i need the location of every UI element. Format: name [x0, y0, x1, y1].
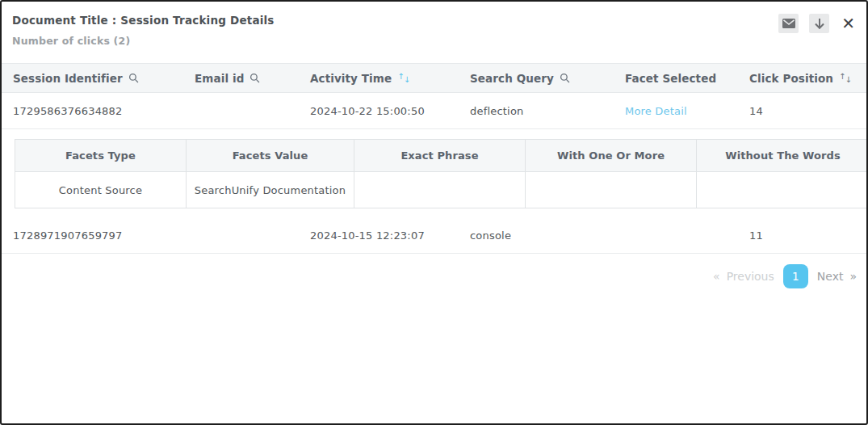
cell-email-id: [183, 93, 299, 128]
facets-cell-type: Content Source: [15, 172, 187, 208]
download-button[interactable]: [809, 14, 829, 33]
search-icon[interactable]: [128, 73, 139, 83]
facets-cell-without-the-words: [697, 172, 868, 208]
previous-page-button[interactable]: « Previous: [713, 270, 774, 283]
cell-search-query: console: [459, 218, 614, 253]
header-actions: ✕: [778, 14, 857, 33]
cell-facet-selected: [614, 218, 738, 253]
facets-table: Facets Type Facets Value Exact Phrase Wi…: [15, 139, 868, 208]
cell-activity-time: 2024-10-22 15:00:50: [299, 93, 459, 128]
mail-icon: [782, 19, 795, 28]
cell-email-id: [183, 218, 299, 253]
table-row: 1728971907659797 2024-10-15 12:23:07 con…: [2, 218, 866, 254]
cell-click-position: 14: [738, 93, 868, 128]
column-label: Activity Time: [310, 72, 392, 85]
email-button[interactable]: [778, 14, 799, 33]
next-page-button[interactable]: Next »: [817, 270, 857, 283]
column-header-session-identifier[interactable]: Session Identifier: [2, 64, 183, 92]
session-tracking-modal: Document Title : Session Tracking Detail…: [0, 0, 868, 425]
column-header-search-query[interactable]: Search Query: [459, 64, 614, 92]
search-icon[interactable]: [560, 73, 570, 83]
column-label: Click Position: [749, 72, 833, 85]
column-label: Search Query: [470, 72, 554, 85]
page-number-button[interactable]: 1: [783, 264, 808, 288]
facets-column-type: Facets Type: [15, 140, 187, 172]
column-label: Facet Selected: [625, 72, 716, 85]
column-header-email-id[interactable]: Email id: [183, 64, 299, 92]
search-icon[interactable]: [249, 73, 260, 83]
cell-session-identifier: 1729586376634882: [2, 93, 183, 128]
download-icon: [814, 18, 825, 30]
facets-column-with-one-or-more: With One Or More: [526, 140, 697, 172]
facets-column-exact-phrase: Exact Phrase: [354, 140, 526, 172]
table-row: 1729586376634882 2024-10-22 15:00:50 def…: [2, 93, 866, 129]
previous-arrow: «: [713, 270, 720, 283]
cell-activity-time: 2024-10-15 12:23:07: [299, 218, 459, 253]
close-icon[interactable]: ✕: [840, 15, 857, 32]
clicks-count-subtitle: Number of clicks (2): [12, 35, 855, 47]
column-label: Session Identifier: [13, 72, 123, 85]
facets-header-row: Facets Type Facets Value Exact Phrase Wi…: [15, 140, 868, 172]
modal-header: Document Title : Session Tracking Detail…: [2, 2, 866, 63]
table-header-row: Session Identifier Email id Activity Tim…: [2, 63, 866, 93]
modal-title: Document Title : Session Tracking Detail…: [12, 14, 855, 27]
next-arrow: »: [849, 270, 857, 283]
facets-data-row: Content Source SearchUnify Documentation: [15, 172, 868, 208]
facets-cell-exact-phrase: [354, 172, 526, 208]
cell-session-identifier: 1728971907659797: [2, 218, 183, 253]
facets-column-without-the-words: Without The Words: [697, 140, 868, 172]
sort-icon[interactable]: ↑↓: [397, 74, 410, 82]
facets-cell-value: SearchUnify Documentation: [187, 172, 354, 208]
sort-icon[interactable]: ↑↓: [839, 74, 852, 82]
more-detail-link[interactable]: More Detail: [625, 105, 687, 117]
previous-label: Previous: [727, 270, 774, 283]
column-label: Email id: [195, 72, 244, 85]
facets-column-value: Facets Value: [187, 140, 354, 172]
cell-click-position: 11: [738, 218, 868, 253]
facets-detail-panel: Facets Type Facets Value Exact Phrase Wi…: [15, 139, 866, 208]
cell-search-query: deflection: [459, 93, 614, 128]
facets-cell-with-one-or-more: [526, 172, 697, 208]
column-header-facet-selected: Facet Selected: [614, 64, 738, 92]
pagination: « Previous 1 Next »: [2, 264, 866, 288]
column-header-click-position[interactable]: Click Position ↑↓: [738, 64, 868, 92]
next-label: Next: [817, 270, 844, 283]
column-header-activity-time[interactable]: Activity Time ↑↓: [299, 64, 459, 92]
